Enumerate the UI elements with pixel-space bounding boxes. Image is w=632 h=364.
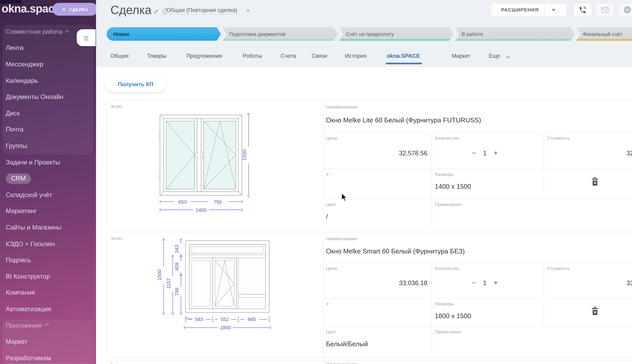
tab-links[interactable]: Связи <box>312 53 327 59</box>
row-divider <box>323 168 632 169</box>
color-value[interactable]: Белый/Белый <box>326 340 368 348</box>
price-value[interactable]: 32,578.56 <box>326 150 427 157</box>
sidebar-item-label: Складской учёт <box>6 191 52 198</box>
column-divider <box>323 361 324 364</box>
get-kp-button[interactable]: Получить КП <box>106 77 166 92</box>
row-divider <box>323 199 632 199</box>
product-card-2: Эскиз Наименование Окно Melke Smart 60 Б… <box>106 232 632 358</box>
call-button[interactable] <box>573 3 592 17</box>
sidebar-item-calendar[interactable]: Календарь <box>0 72 96 89</box>
extensions-label: РАСШИРЕНИЯ <box>495 8 544 12</box>
sidebar-item-crm[interactable]: CRM <box>0 170 96 187</box>
chevron-down-icon[interactable] <box>552 9 555 11</box>
sidebar-item-messenger[interactable]: Мессенджер <box>0 56 96 72</box>
column-divider <box>323 232 324 358</box>
sidebar-section-apps[interactable]: Приложения <box>0 317 96 334</box>
svg-text:1500: 1500 <box>242 150 247 160</box>
tab-offers[interactable]: Предложения <box>186 53 222 59</box>
sidebar-item-market[interactable]: Маркет <box>0 334 96 350</box>
stage-new[interactable]: Новая <box>107 27 221 41</box>
delete-row-button[interactable] <box>592 306 598 317</box>
minus-button[interactable]: − <box>472 279 476 287</box>
edit-pencil-icon[interactable] <box>153 8 159 14</box>
color-label: Цвет <box>326 202 336 207</box>
sidebar-item-sign[interactable]: Подпись <box>0 252 96 268</box>
sidebar-collapse-button[interactable] <box>77 29 96 46</box>
sidebar-item-label: КЭДО + Госключ <box>6 240 55 248</box>
email-button[interactable] <box>596 3 614 17</box>
stage-in-progress[interactable]: В работе <box>455 27 574 41</box>
tab-history[interactable]: История <box>345 53 366 59</box>
tab-more[interactable]: Еще <box>489 53 500 59</box>
row-divider <box>323 132 632 133</box>
collapse-arrow-icon <box>82 34 90 42</box>
name-label: Наименование <box>326 104 358 109</box>
globe-lines-icon <box>623 6 631 14</box>
svg-text:650: 650 <box>178 199 187 204</box>
name-label: Наименование <box>326 236 358 241</box>
sidebar-item-label: Автоматизация <box>6 305 51 313</box>
extensions-button[interactable]: РАСШИРЕНИЯ <box>490 3 567 17</box>
price-label: Цена <box>326 136 337 140</box>
color-value[interactable]: / <box>326 213 328 220</box>
close-icon[interactable]: ✕ <box>62 6 66 12</box>
color-label: Цвет <box>326 329 336 334</box>
deal-tab-chip[interactable]: ✕ СДЕЛКА <box>52 3 96 16</box>
stage-docs[interactable]: Подготовка документов <box>222 27 338 41</box>
chevron-down-icon[interactable] <box>246 10 250 12</box>
svg-text:343: 343 <box>174 245 180 253</box>
stage-final-invoice[interactable]: Финальный счёт <box>576 27 632 41</box>
tab-robots[interactable]: Роботы <box>243 53 262 59</box>
sidebar-item-label: Документы Онлайн <box>6 93 64 101</box>
quantity-value[interactable]: 1 <box>483 280 487 287</box>
sidebar-item-sites[interactable]: Сайты и Магазины <box>0 219 96 236</box>
plus-button[interactable]: + <box>494 149 498 157</box>
sidebar-item-docs-online[interactable]: Документы Онлайн <box>0 89 96 105</box>
tab-market[interactable]: Маркет <box>452 53 470 59</box>
row-divider <box>323 262 632 263</box>
sidebar-item-developers[interactable]: Разработчикам <box>0 350 96 364</box>
sidebar-item-automation[interactable]: Автоматизация <box>0 301 96 317</box>
tab-products[interactable]: Товары <box>147 53 166 59</box>
sidebar-item-bi[interactable]: BI Конструктор <box>0 268 96 284</box>
tab-general[interactable]: Общие <box>110 53 129 59</box>
dims-value[interactable]: 1400 x 1500 <box>435 183 471 190</box>
sidebar-item-label: Маркетинг <box>6 208 37 215</box>
plus-button[interactable]: + <box>494 279 498 287</box>
deal-category-selector[interactable]: Общая (Повторная сделка) <box>166 7 237 14</box>
sidebar-item-company[interactable]: Компания <box>0 285 96 301</box>
dims-value[interactable]: 1800 x 1500 <box>435 312 471 320</box>
product-name[interactable]: Окно Melke Lite 60 Белый (Фурнитура FUTU… <box>326 117 481 124</box>
price-label: Цена <box>326 266 337 271</box>
brand-logo[interactable]: okna.spac <box>2 2 54 15</box>
product-name[interactable]: Окно Melke Smart 60 Белый (Фурнитура БЕЗ… <box>326 248 465 255</box>
sidebar-item-label: BI Конструктор <box>6 273 50 280</box>
sidebar-item-tasks[interactable]: Задачи и Проекты <box>0 154 96 170</box>
tab-invoices[interactable]: Счета <box>281 53 296 59</box>
qty-label: Количество <box>435 266 459 271</box>
sidebar-item-disk[interactable]: Диск <box>0 105 96 121</box>
dims-label: Размеры <box>435 172 454 177</box>
sidebar-item-kedo[interactable]: КЭДО + Госключ <box>0 236 96 252</box>
hash-label: # <box>326 301 328 306</box>
window-sketch-1: 650 750 1400 1500 <box>157 112 260 217</box>
sidebar-item-label: Сайты и Магазины <box>6 224 62 231</box>
minus-button[interactable]: − <box>472 149 476 157</box>
product-card-1: Эскиз Наименование Окно Melke Lite 60 Бе… <box>106 100 632 229</box>
sidebar-item-groups[interactable]: Группы <box>0 138 96 154</box>
stage-prepayment[interactable]: Счёт на предоплату <box>339 27 454 41</box>
deal-chip-label: СДЕЛКА <box>69 7 88 12</box>
sidebar-item-marketing[interactable]: Маркетинг <box>0 203 96 219</box>
sidebar-item-inventory[interactable]: Складской учёт <box>0 187 96 203</box>
name-label: Наименование <box>326 362 358 364</box>
svg-text:409: 409 <box>174 262 180 271</box>
tab-okna-space[interactable]: okna.SPACE <box>387 53 420 59</box>
sidebar-section-label: Совместная работа <box>6 28 62 35</box>
quantity-value[interactable]: 1 <box>483 150 487 157</box>
sidebar-item-label: Лента <box>6 44 24 52</box>
sidebar-item-mail[interactable]: Почта <box>0 122 96 138</box>
delete-row-button[interactable] <box>592 177 598 188</box>
column-divider <box>544 262 544 326</box>
price-value[interactable]: 33,036.18 <box>326 280 427 287</box>
app-button[interactable] <box>618 3 632 17</box>
